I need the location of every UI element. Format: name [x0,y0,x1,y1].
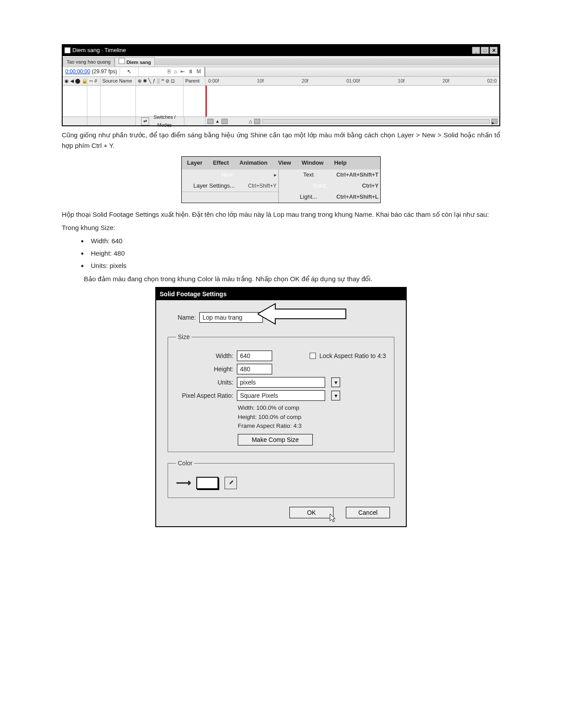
maximize-button[interactable]: □ [481,47,489,54]
menu-item-solid[interactable]: Solid... Ctrl+Y [279,181,380,192]
timeline-body[interactable] [63,86,499,117]
name-label: Name: [168,313,196,322]
timeline-titlebar[interactable]: Diem sang · Timeline _ □ ✕ [63,45,499,56]
switches-modes-toggle[interactable]: ⇄ Switches / Modes [136,117,184,125]
make-comp-size-button[interactable]: Make Comp Size [238,434,313,445]
time-ruler[interactable] [205,67,499,76]
size-specs: Width: 640 Height: 480 Units: pixels [88,236,500,271]
cursor-tool[interactable]: ↖ [120,67,139,76]
menu-screenshot: Layer Effect Animation View Window Help … [181,156,381,203]
menu-window[interactable]: Window [296,158,329,169]
menu-item-new[interactable]: New ▸ [182,170,279,181]
col-av-toggles[interactable]: ◉ ◀ ⬤ 🔒 [63,77,87,85]
dialog-title: Solid Footage Settings [156,288,406,300]
svg-marker-0 [258,304,346,324]
toolbar-buttons[interactable]: ⎘ ⌂ ⇤ ⏸ M [139,67,205,76]
height-label: Height: [176,364,233,374]
menu-item-layer-settings[interactable]: Layer Settings... Ctrl+Shift+Y [182,181,279,192]
size-info: Width: 100.0% of comp Height: 100.0% of … [238,404,386,430]
size-fieldset: Size Width: 640 Lock Aspect Ratio to 4:3… [168,332,394,452]
composition-tabs: Tao vang hao quang Diem sang [63,56,499,68]
spec-width: Width: 640 [88,236,500,246]
close-button[interactable]: ✕ [490,47,498,54]
paragraph-3: Bảo đảm màu đang chọn trong khung Color … [62,274,500,284]
height-input[interactable]: 480 [237,364,272,374]
callout-arrow [266,307,350,328]
size-legend: Size [176,332,191,342]
cursor-icon [329,513,338,526]
menu-help[interactable]: Help [329,158,352,169]
current-time-indicator[interactable] [206,86,207,117]
timeline-track-area[interactable] [206,86,499,117]
col-parent[interactable]: Parent [184,77,206,85]
paragraph-2: Hộp thoại Solid Footage Settings xuất hi… [62,209,500,220]
menu-view[interactable]: View [273,158,296,169]
window-title: Diem sang · Timeline [72,46,126,55]
paragraph-1: Cũng giống như phần trước, để tạo điểm s… [62,130,500,151]
menu-item-text[interactable]: Text Ctrl+Alt+Shift+T [279,170,380,181]
menu-layer[interactable]: Layer [182,158,208,169]
solid-footage-dialog: Solid Footage Settings Name: Lop mau tra… [155,287,407,527]
timeline-window: Diem sang · Timeline _ □ ✕ Tao vang hao … [62,44,500,126]
col-switches[interactable]: ⊕ ✱ ╲ ƒ ░ ᴹ ⊘ ⊡ [136,77,184,85]
par-dropdown-button[interactable]: ▾ [331,391,340,400]
color-fieldset: Color ⟶ [168,458,394,498]
spec-height: Height: 480 [88,248,500,259]
menu-item-light[interactable]: Light... Ctrl+Alt+Shift+L [279,192,380,203]
timeline-toolbar: 0;00;00;00 (29.97 fps) ↖ ⎘ ⌂ ⇤ ⏸ M [63,67,499,77]
par-label: Pixel Aspect Ratio: [176,391,233,400]
units-select[interactable]: pixels [237,377,325,388]
menu-effect[interactable]: Effect [208,158,234,169]
color-legend: Color [176,458,194,468]
scroll-right-button[interactable]: ▸ [491,119,498,124]
time-marks: 0:00f 10f 20f 01:00f 10f 20f 02:0 [206,77,499,85]
current-time[interactable]: 0;00;00;00 (29.97 fps) [63,67,120,76]
spec-units: Units: pixels [88,260,500,271]
eyedropper-button[interactable] [225,477,237,489]
cancel-button[interactable]: Cancel [346,507,390,518]
units-label: Units: [176,377,233,387]
menu-separator [182,192,279,203]
units-dropdown-button[interactable]: ▾ [331,377,340,387]
width-input[interactable]: 640 [237,351,272,361]
tab-tao-vang[interactable]: Tao vang hao quang [63,57,115,67]
col-source-name[interactable]: Source Name [101,77,136,85]
minimize-button[interactable]: _ [472,47,480,54]
app-icon [64,47,71,53]
size-heading: Trong khung Size: [62,223,500,233]
lock-aspect-checkbox[interactable] [310,353,316,359]
lock-aspect-label: Lock Aspect Ratio to 4:3 [319,351,386,361]
menu-animation[interactable]: Animation [234,158,273,169]
par-select[interactable]: Square Pixels [237,390,325,401]
tab-diem-sang[interactable]: Diem sang [115,57,155,67]
ok-button[interactable]: OK [289,507,333,518]
width-label: Width: [176,351,233,361]
arrow-annotation: ⟶ [176,475,190,491]
name-input[interactable]: Lop mau trang [199,312,263,323]
timeline-footer: ⇄ Switches / Modes ▲ △ ▸ [63,117,499,125]
color-swatch[interactable] [196,477,218,489]
zoom-sliders[interactable]: ▲ △ ▸ [206,117,499,125]
col-label-index[interactable]: ⥊ # [87,77,101,85]
menubar: Layer Effect Animation View Window Help [182,157,380,170]
timeline-column-headers: ◉ ◀ ⬤ 🔒 ⥊ # Source Name ⊕ ✱ ╲ ƒ ░ ᴹ ⊘ ⊡ … [63,77,499,86]
